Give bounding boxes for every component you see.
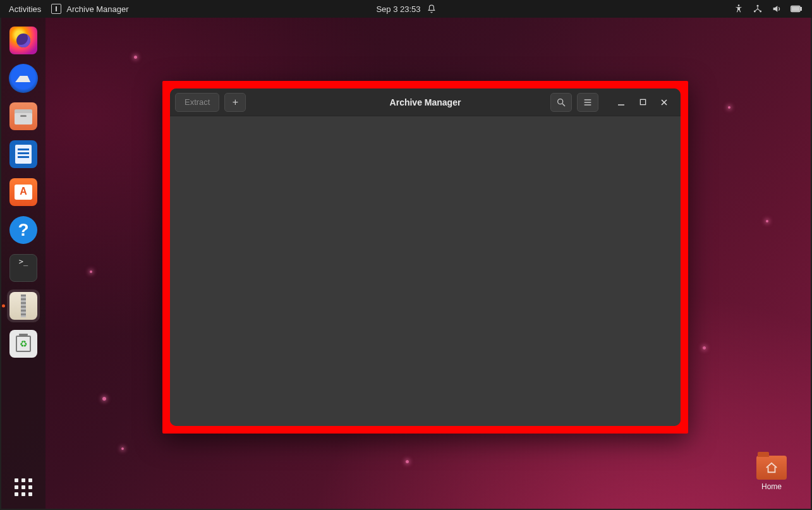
extract-button[interactable]: Extract xyxy=(175,93,219,112)
close-button[interactable] xyxy=(658,96,670,109)
wallpaper-star xyxy=(134,56,137,59)
clock[interactable]: Sep 3 23:53 xyxy=(376,4,435,14)
minimize-icon xyxy=(617,99,625,106)
selection-highlight: Extract + Archive Manager xyxy=(162,81,688,434)
volume-icon[interactable] xyxy=(772,4,782,14)
thunderbird-icon xyxy=(9,64,38,93)
svg-rect-6 xyxy=(801,8,802,11)
network-icon[interactable] xyxy=(753,4,763,14)
dock-help[interactable]: ? xyxy=(7,214,40,246)
dock: ? >_ ♻ xyxy=(1,18,45,509)
wallpaper-star xyxy=(728,106,730,109)
archive-icon xyxy=(9,292,37,320)
dock-firefox[interactable] xyxy=(7,24,40,57)
clock-text: Sep 3 23:53 xyxy=(376,4,420,14)
plus-icon: + xyxy=(233,97,238,108)
svg-point-1 xyxy=(738,4,740,6)
activities-button[interactable]: Activities xyxy=(9,4,41,14)
desktop-home-folder[interactable]: Home xyxy=(753,456,791,491)
topbar-app-indicator[interactable]: Archive Manager xyxy=(51,4,128,14)
hamburger-menu-button[interactable] xyxy=(577,93,598,112)
notification-bell-icon xyxy=(427,4,436,13)
add-files-button[interactable]: + xyxy=(224,93,246,112)
hamburger-icon xyxy=(583,97,593,107)
close-icon xyxy=(660,99,668,106)
maximize-icon xyxy=(639,99,646,106)
dock-libreoffice-writer[interactable] xyxy=(7,138,40,171)
wallpaper-star xyxy=(766,220,768,222)
minimize-button[interactable] xyxy=(615,96,627,109)
dock-archive-manager[interactable] xyxy=(7,289,40,322)
dock-ubuntu-software[interactable] xyxy=(7,176,40,209)
archive-app-icon xyxy=(51,4,61,14)
dock-thunderbird[interactable] xyxy=(7,62,40,95)
show-applications-button[interactable] xyxy=(7,471,40,504)
maximize-button[interactable] xyxy=(636,96,649,109)
wallpaper-star xyxy=(703,346,706,349)
terminal-icon: >_ xyxy=(9,254,37,282)
svg-rect-7 xyxy=(792,7,799,11)
grid-icon xyxy=(15,478,32,496)
archive-manager-window: Extract + Archive Manager xyxy=(170,88,681,426)
firefox-icon xyxy=(9,27,37,54)
window-title: Archive Manager xyxy=(390,97,461,107)
svg-point-8 xyxy=(558,99,563,104)
search-button[interactable] xyxy=(550,93,572,112)
help-icon: ? xyxy=(9,216,37,244)
dock-files[interactable] xyxy=(7,100,40,133)
svg-rect-14 xyxy=(640,99,645,104)
wallpaper-star xyxy=(406,460,409,463)
headerbar: Extract + Archive Manager xyxy=(170,88,681,116)
dock-trash[interactable]: ♻ xyxy=(7,327,40,360)
accessibility-icon[interactable] xyxy=(734,4,744,14)
dock-terminal[interactable]: >_ xyxy=(7,252,40,284)
wallpaper-star xyxy=(102,397,106,401)
archive-content-area[interactable] xyxy=(170,116,681,426)
top-bar: Activities Archive Manager Sep 3 23:53 xyxy=(0,0,812,18)
wallpaper-star xyxy=(121,447,124,450)
files-icon xyxy=(9,102,37,130)
folder-icon xyxy=(756,456,787,480)
trash-icon: ♻ xyxy=(9,330,37,358)
desktop-home-label: Home xyxy=(761,482,782,491)
writer-icon xyxy=(9,140,37,168)
software-icon xyxy=(9,178,37,206)
wallpaper-star xyxy=(90,270,92,273)
topbar-app-name: Archive Manager xyxy=(66,4,128,14)
desktop: ? >_ ♻ Home Extract + Arch xyxy=(0,18,812,510)
svg-line-9 xyxy=(562,104,565,106)
battery-icon[interactable] xyxy=(791,4,802,13)
svg-rect-0 xyxy=(56,6,57,11)
svg-point-2 xyxy=(757,5,759,7)
search-icon xyxy=(556,97,566,107)
